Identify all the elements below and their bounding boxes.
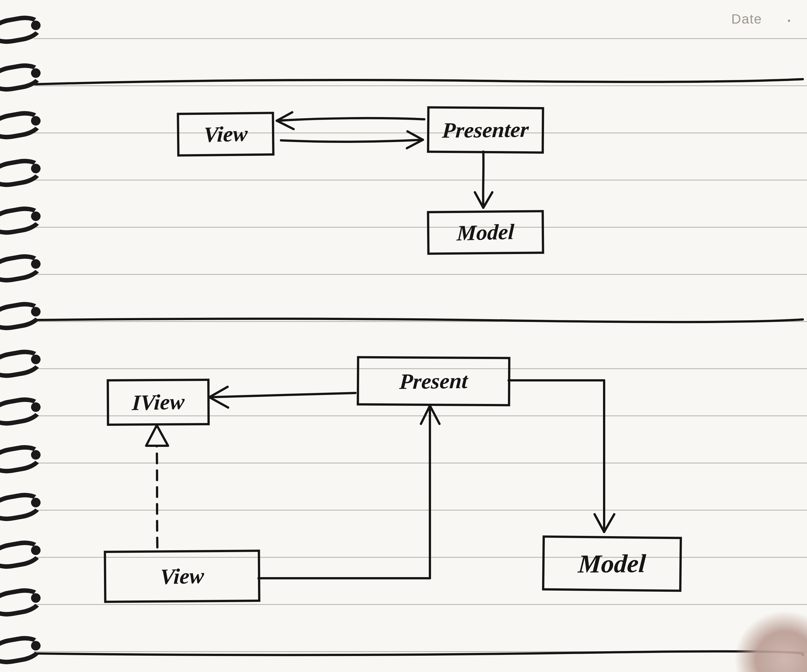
notebook-page: Date View Presenter Model IView Present … — [0, 0, 807, 672]
d1-node-model: Model — [427, 210, 544, 255]
divider-top — [34, 76, 804, 87]
divider-middle — [34, 314, 804, 326]
d2-node-model: Model — [542, 535, 682, 592]
d2-edge-present-iview — [209, 387, 355, 407]
divider-bottom — [34, 649, 804, 660]
date-label: Date — [731, 11, 762, 26]
d1-node-presenter: Presenter — [427, 106, 544, 154]
d2-edge-view-present — [259, 406, 440, 578]
d2-edge-view-iview — [146, 425, 168, 547]
d1-model-label: Model — [456, 219, 515, 246]
d1-view-label: View — [203, 121, 248, 147]
d1-edge-view-presenter — [277, 112, 424, 148]
d2-iview-label: IView — [131, 389, 185, 415]
d2-model-label: Model — [577, 548, 646, 579]
spiral-binding — [0, 0, 45, 672]
date-dot — [788, 20, 790, 22]
d2-node-iview: IView — [107, 379, 210, 426]
d2-node-present: Present — [357, 356, 511, 406]
d2-present-label: Present — [399, 368, 468, 394]
thumb-shadow — [734, 610, 807, 672]
d1-node-view: View — [177, 112, 274, 157]
d2-view-label: View — [159, 563, 204, 589]
d1-presenter-label: Presenter — [442, 117, 530, 143]
d2-node-view: View — [104, 550, 260, 603]
d2-edge-present-model — [508, 380, 614, 532]
